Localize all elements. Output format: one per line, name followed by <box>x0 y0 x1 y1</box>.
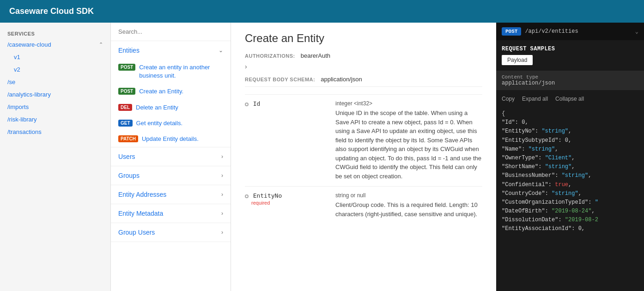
code-open-brace: { <box>502 109 638 118</box>
nav-panel: Entities ⌄ POST Create an entity in anot… <box>111 23 231 291</box>
sidebar: SERVICES /caseware-cloud ⌃ v1 v2 /se /an… <box>0 23 111 291</box>
payload-button[interactable]: Payload <box>502 55 533 65</box>
nav-endpoint-label: Create an entity in another business uni… <box>139 63 223 80</box>
expand-icon[interactable]: › <box>245 63 482 70</box>
nav-section-entities-header[interactable]: Entities ⌄ <box>111 41 231 60</box>
search-box[interactable] <box>111 23 231 41</box>
schema-label: REQUEST BODY SCHEMA: <box>245 77 315 82</box>
method-badge-del: DEL <box>118 104 132 111</box>
code-line-entitysubtypeid: "EntitySubtypeId": 0, <box>502 136 638 145</box>
code-line-dateofbirth: "DateOfBirth": "2019-08-24", <box>502 207 638 216</box>
post-method-badge: POST <box>502 27 521 36</box>
sidebar-item-label: /se <box>7 79 15 85</box>
auth-row: AUTHORIZATIONS: bearerAuth <box>245 52 482 59</box>
field-type-entityno: string or null <box>335 192 482 199</box>
main-layout: SERVICES /caseware-cloud ⌃ v1 v2 /se /an… <box>0 23 644 291</box>
code-line-dissolutiondate: "DissolutionDate": "2019-08-2 <box>502 216 638 224</box>
field-row-entityno: EntityNo required string or null Client/… <box>245 186 482 224</box>
collapse-all-action[interactable]: Collapse all <box>555 96 584 102</box>
nav-section-group-users: Group Users › <box>111 223 231 242</box>
nav-section-group-users-header[interactable]: Group Users › <box>111 223 231 242</box>
app-header: Caseware Cloud SDK <box>0 0 644 23</box>
nav-section-users-header[interactable]: Users › <box>111 147 231 166</box>
code-line-name: "Name": "string", <box>502 145 638 154</box>
auth-value: bearerAuth <box>301 52 330 59</box>
sidebar-item-label: /imports <box>7 103 29 110</box>
nav-endpoint-get-entity[interactable]: GET Get entity details. <box>111 115 231 131</box>
nav-endpoint-label: Create an Entity. <box>139 87 183 96</box>
request-samples-label: REQUEST SAMPLES <box>496 40 644 55</box>
method-badge-patch: PATCH <box>118 135 138 142</box>
page-title: Create an Entity <box>245 32 482 45</box>
nav-section-entity-addresses-label: Entity Addresses <box>118 191 166 198</box>
field-indicator-id <box>245 103 249 106</box>
method-badge-post: POST <box>118 64 135 71</box>
sidebar-item-risk-library[interactable]: /risk-library <box>0 113 110 126</box>
sidebar-item-label: v1 <box>14 54 20 61</box>
field-left-id: Id <box>245 100 328 181</box>
code-line-ownertype: "OwnerType": "Client", <box>502 154 638 163</box>
field-indicator-entityno <box>245 194 249 198</box>
sidebar-item-imports[interactable]: /imports <box>0 101 110 113</box>
code-line-entityassociationid: "EntityAssociationId": 0, <box>502 224 638 233</box>
field-type-id: integer <int32> <box>335 100 482 107</box>
nav-section-entities-label: Entities <box>118 47 140 54</box>
field-right-entityno: string or null Client/Group code. This i… <box>335 192 482 218</box>
sidebar-item-label: /risk-library <box>7 116 37 123</box>
chevron-right-icon: › <box>221 153 223 160</box>
nav-section-groups-header[interactable]: Groups › <box>111 166 231 185</box>
right-panel-header: POST /api/v2/entities ⌄ <box>496 23 644 40</box>
chevron-right-icon: › <box>221 210 223 217</box>
field-required-entityno: required <box>245 200 328 206</box>
sidebar-item-se[interactable]: /se <box>0 76 110 88</box>
method-badge-get: GET <box>118 120 133 127</box>
nav-section-entity-addresses-header[interactable]: Entity Addresses › <box>111 185 231 204</box>
sidebar-item-label: v2 <box>14 66 20 73</box>
schema-row: REQUEST BODY SCHEMA: application/json <box>245 76 482 87</box>
expand-all-action[interactable]: Expand all <box>522 96 548 102</box>
nav-endpoint-delete-entity[interactable]: DEL Delete an Entity <box>111 100 231 115</box>
sidebar-item-caseware-cloud[interactable]: /caseware-cloud ⌃ <box>0 38 110 51</box>
code-line-customorgtype: "CustomOrganizationTypeId": " <box>502 198 638 207</box>
field-name-id: Id <box>253 100 261 107</box>
nav-endpoint-update-entity[interactable]: PATCH Update Entity details. <box>111 131 231 147</box>
field-name-entityno: EntityNo <box>253 192 282 199</box>
chevron-right-icon: › <box>221 191 223 198</box>
nav-section-groups: Groups › <box>111 166 231 185</box>
right-panel: POST /api/v2/entities ⌄ REQUEST SAMPLES … <box>496 23 644 291</box>
field-row-id: Id integer <int32> Unique ID in the scop… <box>245 94 482 186</box>
search-input[interactable] <box>118 28 223 35</box>
nav-endpoint-label: Update Entity details. <box>142 135 199 143</box>
code-line-entityno: "EntityNo": "string", <box>502 127 638 136</box>
method-badge-post: POST <box>118 88 135 95</box>
sidebar-item-v1[interactable]: v1 <box>0 51 110 63</box>
nav-endpoint-label: Get entity details. <box>136 119 182 127</box>
schema-value: application/json <box>321 76 362 83</box>
sidebar-item-transactions[interactable]: /transactions <box>0 126 110 138</box>
nav-section-entities: Entities ⌄ POST Create an entity in anot… <box>111 41 231 147</box>
copy-action[interactable]: Copy <box>502 96 515 102</box>
app-title: Caseware Cloud SDK <box>9 6 94 16</box>
nav-endpoint-create-entity-bu[interactable]: POST Create an entity in another busines… <box>111 60 231 84</box>
sidebar-item-label: /transactions <box>7 128 42 135</box>
chevron-down-icon: ⌄ <box>219 47 223 54</box>
nav-section-entity-addresses: Entity Addresses › <box>111 185 231 204</box>
sidebar-item-label: /caseware-cloud <box>7 41 51 48</box>
chevron-down-icon: ⌄ <box>635 28 638 35</box>
nav-endpoint-label: Delete an Entity <box>136 103 178 112</box>
auth-label: AUTHORIZATIONS: <box>245 53 295 59</box>
content-type-label: Content type <box>502 74 638 80</box>
endpoint-path: /api/v2/entities <box>525 28 631 35</box>
payload-tab: Payload <box>502 55 638 65</box>
field-desc-entityno: Client/Group code. This is a required fi… <box>335 200 482 218</box>
code-line-confidential: "Confidential": true, <box>502 181 638 189</box>
sidebar-item-v2[interactable]: v2 <box>0 63 110 76</box>
nav-section-entity-metadata: Entity Metadata › <box>111 204 231 223</box>
code-line-businessnumber: "BusinessNumber": "string", <box>502 171 638 180</box>
field-desc-id: Unique ID in the scope of the table. Whe… <box>335 109 482 181</box>
nav-section-entity-metadata-header[interactable]: Entity Metadata › <box>111 204 231 223</box>
sidebar-item-analytics[interactable]: /analytics-library <box>0 88 110 101</box>
field-left-entityno: EntityNo required <box>245 192 328 218</box>
code-block: { "Id": 0, "EntityNo": "string", "Entity… <box>496 106 644 237</box>
nav-endpoint-create-entity[interactable]: POST Create an Entity. <box>111 84 231 99</box>
